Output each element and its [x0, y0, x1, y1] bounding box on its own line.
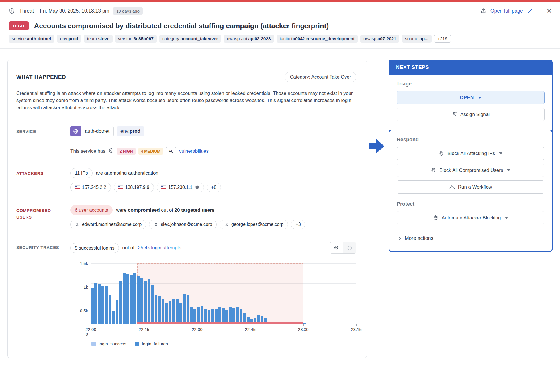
bar-login_failures[interactable]: [222, 308, 225, 324]
bar-login_failures[interactable]: [303, 323, 306, 324]
bar-login_failures[interactable]: [94, 283, 97, 324]
share-button[interactable]: [480, 8, 487, 14]
bar-login_failures[interactable]: [91, 288, 94, 324]
tag-tactic[interactable]: tactic:ta0042-resource_development: [277, 35, 358, 43]
x-tick-label: 23:00: [298, 327, 309, 332]
chart-y-axis: 1.5k1k0.5k0: [74, 263, 88, 334]
high-vuln-chip[interactable]: 2 HIGH: [117, 148, 136, 155]
bar-login_failures[interactable]: [148, 279, 150, 324]
automate-attacker-blocking-button[interactable]: Automate Attacker Blocking: [397, 211, 544, 224]
bar-login_failures[interactable]: [151, 285, 154, 324]
open-full-page-link[interactable]: Open full page: [490, 8, 523, 14]
threat-shield-icon: [9, 8, 15, 14]
bar-login_failures[interactable]: [197, 307, 200, 324]
bar-login_failures[interactable]: [169, 301, 171, 324]
triage-status-button[interactable]: OPEN: [397, 91, 545, 104]
bar-login_failures[interactable]: [172, 299, 175, 324]
bar-login_failures[interactable]: [236, 307, 239, 324]
bar-login_failures[interactable]: [183, 294, 186, 324]
bar-login_failures[interactable]: [232, 308, 235, 324]
bar-login_failures[interactable]: [109, 295, 111, 324]
bar-login_failures[interactable]: [137, 276, 140, 324]
workflow-icon: [449, 184, 455, 190]
ip-count-pill[interactable]: 11 IPs: [70, 168, 93, 178]
bar-login_failures[interactable]: [119, 281, 122, 324]
threat-intel-shield-icon: [195, 185, 199, 190]
block-all-compromised-users-button[interactable]: Block All Compromised Users: [397, 164, 544, 177]
tag-version[interactable]: version:3c85b067: [115, 35, 157, 43]
bar-login_failures[interactable]: [140, 278, 143, 324]
bar-login_failures[interactable]: [116, 300, 118, 324]
bar-login_failures[interactable]: [126, 274, 129, 324]
tag-owasp-api[interactable]: owasp-api:api02-2023: [224, 35, 274, 43]
tag-service[interactable]: service:auth-dotnet: [9, 35, 54, 43]
bar-login_failures[interactable]: [112, 311, 115, 324]
respond-protect-box: Respond Block All Attacking IPsBlock All…: [389, 130, 553, 252]
bar-login_failures[interactable]: [158, 296, 161, 324]
bar-login_failures[interactable]: [133, 273, 136, 324]
bar-login_failures[interactable]: [162, 299, 165, 324]
block-all-attacking-ips-button[interactable]: Block All Attacking IPs: [397, 147, 544, 160]
ips-overflow-pill[interactable]: +8: [207, 183, 221, 192]
bar-login_failures[interactable]: [179, 303, 182, 324]
pointer-arrow-icon: [368, 138, 385, 156]
more-vulns-chip[interactable]: +6: [166, 147, 176, 155]
tag-category[interactable]: category:account_takeover: [159, 35, 221, 43]
bar-login_failures[interactable]: [144, 281, 147, 324]
bar-login_failures[interactable]: [155, 295, 158, 324]
bar-login_failures[interactable]: [193, 309, 196, 324]
run-a-workflow-button[interactable]: Run a Workflow: [397, 180, 544, 194]
login-attempts-link[interactable]: 25.4k login attempts: [138, 245, 181, 251]
bar-login_failures[interactable]: [218, 307, 221, 324]
bar-login_failures[interactable]: [187, 295, 189, 324]
service-pill[interactable]: auth-dotnet: [70, 126, 114, 136]
expand-icon[interactable]: [527, 8, 533, 14]
users-overflow-pill[interactable]: +3: [291, 220, 305, 229]
assign-signal-button[interactable]: Assign Signal: [397, 108, 545, 121]
legend-item-login_failures[interactable]: login_failures: [135, 341, 168, 346]
header-bar: Threat Fri, May 30, 2025, 10:18:13 pm 19…: [0, 2, 560, 20]
more-actions-button[interactable]: More actions: [397, 233, 434, 244]
compromised-user-pill[interactable]: alex.johnson@acme.corp: [149, 220, 217, 229]
bar-login_failures[interactable]: [201, 306, 203, 324]
env-tag[interactable]: env:prod: [117, 126, 144, 136]
tags-overflow-pill[interactable]: +219: [434, 35, 451, 43]
x-tick: [303, 324, 304, 326]
bar-login_failures[interactable]: [229, 307, 232, 324]
bar-login_failures[interactable]: [215, 309, 218, 324]
bar-login_failures[interactable]: [105, 286, 108, 324]
out-of-text: out of: [122, 245, 135, 251]
bar-login_failures[interactable]: [204, 309, 207, 324]
compromised-user-pill[interactable]: edward.martinez@acme.corp: [70, 220, 146, 229]
user-count-pill[interactable]: 6 user accounts: [70, 205, 113, 215]
tag-source[interactable]: source:ap...: [402, 35, 432, 43]
bar-login_failures[interactable]: [130, 275, 133, 324]
bar-login_failures[interactable]: [190, 307, 193, 324]
reset-zoom-button[interactable]: [343, 242, 356, 253]
bar-login_failures[interactable]: [101, 286, 104, 324]
protect-label: Protect: [397, 201, 544, 207]
category-badge: Category: Account Take Over: [285, 72, 356, 82]
bar-login_failures[interactable]: [211, 309, 214, 324]
vulnerabilities-link[interactable]: vulnerabilities: [179, 148, 209, 154]
triage-label: Triage: [397, 81, 545, 87]
vulnerability-shield-icon: [108, 148, 114, 155]
bar-login_failures[interactable]: [98, 284, 101, 324]
tag-owasp[interactable]: owasp:a07-2021: [360, 35, 399, 43]
attacker-ip-pill[interactable]: 157.230.1.1: [157, 183, 204, 192]
medium-vuln-chip[interactable]: 4 MEDIUM: [138, 148, 163, 155]
attacker-ip-pill[interactable]: 157.245.2.2: [70, 183, 111, 192]
bar-login_failures[interactable]: [165, 303, 168, 324]
legend-item-login_success[interactable]: login_success: [91, 341, 126, 346]
zoom-out-button[interactable]: [330, 242, 343, 253]
close-button[interactable]: ×: [547, 7, 551, 15]
attacker-ip-pill[interactable]: 138.197.9.9: [114, 183, 154, 192]
bar-login_failures[interactable]: [176, 299, 179, 324]
compromised-user-pill[interactable]: george.lopez@acme.corp: [220, 220, 288, 229]
signal-detail-card: WHAT HAPPENED Category: Account Take Ove…: [7, 60, 367, 358]
tag-team[interactable]: team:steve: [84, 35, 112, 43]
y-tick-label: 1k: [83, 285, 88, 289]
bar-login_failures[interactable]: [123, 273, 126, 324]
tag-env[interactable]: env:prod: [57, 35, 81, 43]
successful-logins-pill[interactable]: 9 successful logins: [70, 243, 119, 253]
